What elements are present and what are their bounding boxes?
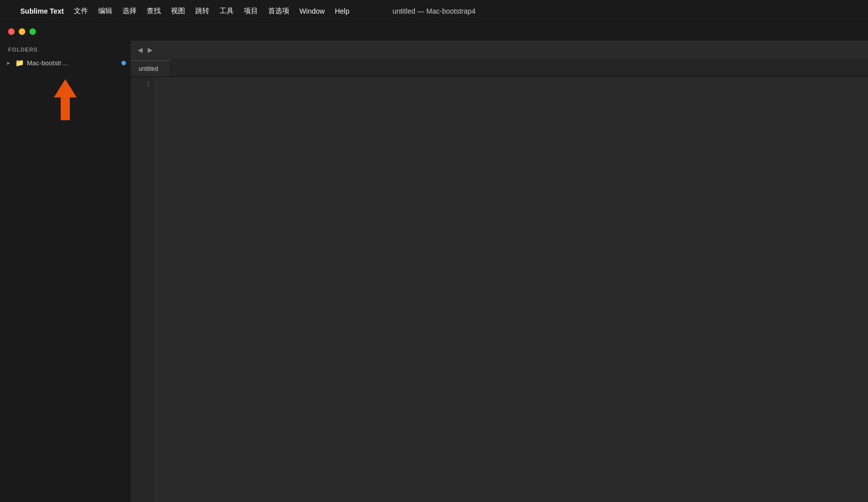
sidebar-header: FOLDERS [0,40,130,57]
menu-item-select[interactable]: 选择 [122,7,137,16]
minimize-button[interactable] [19,28,25,35]
nav-arrows-row: ◀ ▶ [131,40,868,59]
folder-name: Mac-bootstr… [27,59,118,67]
nav-back-arrow[interactable]: ◀ [138,46,143,54]
svg-marker-0 [54,79,76,120]
window-title: untitled — Mac-bootstrap4 [393,7,475,15]
menu-item-edit[interactable]: 编辑 [98,7,112,16]
menu-item-view[interactable]: 视图 [171,7,185,16]
sidebar: FOLDERS ► 📁 Mac-bootstr… [0,40,131,502]
tab-bar: untitled [131,59,868,77]
editor-content[interactable]: 1 [131,77,868,502]
close-button[interactable] [8,28,15,35]
menu-bar: Sublime Text 文件 编辑 选择 查找 视图 跳转 工具 项目 首选项… [0,0,868,22]
folder-icon: 📁 [15,59,24,67]
main-layout: FOLDERS ► 📁 Mac-bootstr… ◀ ▶ untitled [0,40,868,502]
menu-item-tools[interactable]: 工具 [220,7,234,16]
traffic-lights-row [0,22,868,40]
editor-area: ◀ ▶ untitled 1 [131,40,868,502]
folder-item[interactable]: ► 📁 Mac-bootstr… [0,57,130,69]
menu-item-window[interactable]: Window [299,7,325,15]
expand-arrow-icon[interactable]: ► [6,60,12,66]
line-number-1: 1 [131,79,150,89]
menu-item-app[interactable]: Sublime Text [20,7,64,15]
menu-item-goto[interactable]: 跳转 [195,7,209,16]
menu-item-find[interactable]: 查找 [147,7,161,16]
menu-item-preferences[interactable]: 首选项 [268,7,289,16]
menu-item-file[interactable]: 文件 [74,7,88,16]
folder-modified-badge [121,61,126,65]
line-numbers: 1 [131,77,156,502]
annotation-arrow [0,77,130,122]
code-editor[interactable] [156,77,868,502]
tab-untitled[interactable]: untitled [131,60,171,76]
folders-label: FOLDERS [8,47,38,53]
nav-forward-arrow[interactable]: ▶ [148,46,153,54]
maximize-button[interactable] [29,28,36,35]
menu-item-project[interactable]: 项目 [244,7,258,16]
menu-item-help[interactable]: Help [335,7,350,15]
up-arrow-icon [50,77,80,122]
